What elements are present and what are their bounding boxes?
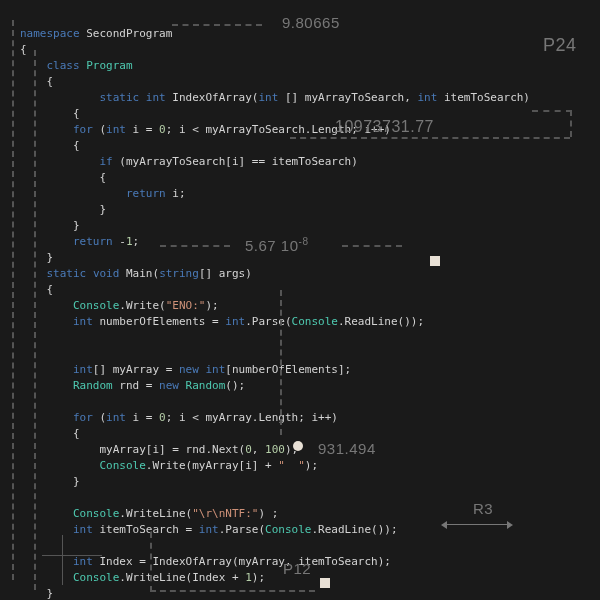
code-editor[interactable]: namespace SecondProgram { class Program … bbox=[20, 15, 530, 600]
marker-square bbox=[430, 256, 440, 266]
indent-guide bbox=[34, 50, 36, 590]
dash-decor bbox=[532, 110, 572, 112]
annotation-value: 9.80665 bbox=[282, 14, 340, 31]
dash-decor bbox=[160, 245, 230, 247]
indent-guide bbox=[12, 20, 14, 580]
dash-decor bbox=[150, 590, 315, 592]
dash-decor bbox=[280, 290, 282, 435]
bracket-decor bbox=[62, 535, 63, 585]
annotation-value: 931.494 bbox=[318, 440, 376, 457]
annotation-label: P24 bbox=[543, 35, 577, 56]
annotation-value: 5.67 10-8 bbox=[245, 236, 308, 254]
annotation-label: R3 bbox=[473, 500, 493, 517]
dash-decor bbox=[342, 245, 402, 247]
annotation-label: P12 bbox=[283, 560, 311, 577]
dash-decor bbox=[290, 137, 570, 139]
code-content: namespace SecondProgram { class Program … bbox=[20, 26, 530, 600]
dash-decor bbox=[172, 24, 262, 26]
marker-square bbox=[320, 578, 330, 588]
annotation-value: 10973731.77 bbox=[335, 118, 434, 136]
dash-decor bbox=[150, 532, 152, 592]
bracket-decor bbox=[42, 555, 102, 556]
marker-circle bbox=[293, 441, 303, 451]
dimension-arrow bbox=[447, 524, 507, 525]
dash-decor bbox=[570, 110, 572, 137]
